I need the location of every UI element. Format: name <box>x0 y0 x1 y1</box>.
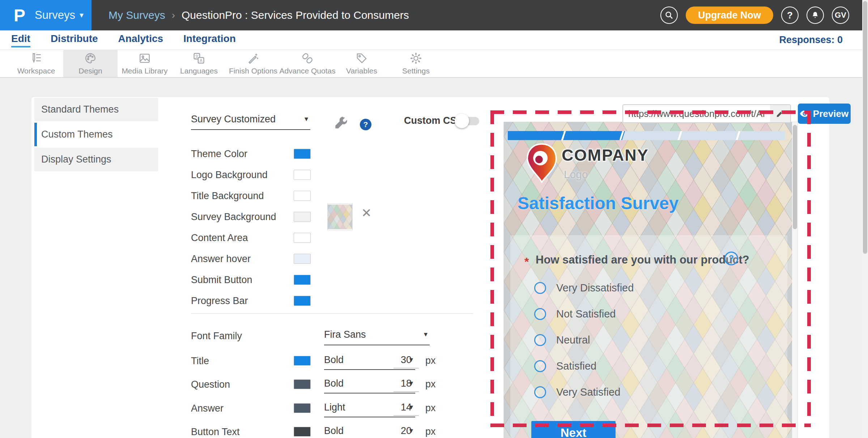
section-divider <box>191 313 473 314</box>
setting-row-theme-color: Theme Color <box>191 147 247 161</box>
avatar[interactable]: GV <box>832 7 849 24</box>
toolbar-item-workspace[interactable]: Workspace <box>9 50 63 77</box>
title-background-swatch[interactable] <box>294 191 311 201</box>
question-mark-icon: ? <box>787 10 793 21</box>
logo-background-swatch[interactable] <box>294 170 311 180</box>
font-row-button-text: Button Text Bold▾ px <box>191 424 240 438</box>
answer-size-input[interactable] <box>393 402 419 416</box>
answer-color-swatch[interactable] <box>294 403 311 413</box>
sidebar-item-display-settings[interactable]: Display Settings <box>34 148 158 171</box>
answer-option-very-satisfied[interactable]: Very Satisfied <box>534 385 620 399</box>
sidebar-item-custom-themes[interactable]: Custom Themes <box>34 123 158 146</box>
question-help-icon[interactable]: ? <box>724 252 738 265</box>
toolbar-item-finish-options[interactable]: Finish Options <box>226 50 280 77</box>
radio-icon[interactable] <box>534 282 546 294</box>
setting-row-submit-button: Submit Button <box>191 273 252 287</box>
page-scrollbar-thumb[interactable] <box>863 1 867 254</box>
media-library-icon <box>139 52 151 64</box>
theme-color-swatch[interactable] <box>294 149 311 159</box>
upgrade-now-button[interactable]: Upgrade Now <box>686 7 773 24</box>
tab-distribute[interactable]: Distribute <box>51 33 98 47</box>
toolbar-item-languages[interactable]: 文A Languages <box>172 50 226 77</box>
question-size-input[interactable] <box>393 378 419 392</box>
button-text-color-swatch[interactable] <box>294 427 311 437</box>
remove-background-button[interactable]: ✕ <box>361 206 372 220</box>
survey-title: Satisfaction Survey <box>518 193 679 213</box>
eye-icon <box>800 110 809 117</box>
setting-row-title-background: Title Background <box>191 189 264 203</box>
survey-background-thumbnail[interactable] <box>327 203 353 230</box>
question-color-swatch[interactable] <box>294 379 311 389</box>
svg-text:A: A <box>200 58 203 62</box>
question-size-unit: px <box>425 379 436 390</box>
submit-button-swatch[interactable] <box>294 275 311 285</box>
button-text-size-unit: px <box>425 426 436 437</box>
toolbar-item-settings[interactable]: Settings <box>389 50 443 77</box>
radio-icon[interactable] <box>534 360 546 372</box>
font-row-title: Title Bold▾ px <box>191 353 209 369</box>
survey-progress-bar <box>508 131 785 140</box>
breadcrumb-my-surveys[interactable]: My Surveys <box>109 9 165 21</box>
toolbar-item-media-library[interactable]: Media Library <box>118 50 172 77</box>
sidebar-item-standard-themes[interactable]: Standard Themes <box>34 98 158 121</box>
font-family-select[interactable]: Fira Sans ▾ <box>324 329 430 345</box>
question-text: How satisfied are you with our product? <box>536 253 749 266</box>
content-area-swatch[interactable] <box>294 233 311 243</box>
avatar-initials: GV <box>835 10 846 20</box>
theme-help-icon[interactable]: ? <box>360 119 371 130</box>
required-asterisk: * <box>524 255 529 269</box>
answer-option-very-dissatisfied[interactable]: Very Dissatisfied <box>534 281 634 295</box>
responses-count[interactable]: Responses: 0 <box>779 34 843 46</box>
toggle-knob <box>455 114 469 128</box>
search-button[interactable] <box>660 7 678 24</box>
edit-toolbar: Workspace Design Media Library 文A Langua… <box>0 50 862 78</box>
radio-icon[interactable] <box>534 334 546 346</box>
radio-icon[interactable] <box>534 308 546 320</box>
setting-row-survey-background: Survey Background <box>191 210 276 224</box>
tab-integration[interactable]: Integration <box>183 33 236 47</box>
radio-icon[interactable] <box>534 386 546 398</box>
title-size-input[interactable] <box>393 354 419 368</box>
breadcrumb: My Surveys › QuestionPro : Services Prov… <box>109 0 409 30</box>
toolbar-item-variables[interactable]: Variables <box>335 50 389 77</box>
title-color-swatch[interactable] <box>294 356 311 366</box>
notifications-button[interactable] <box>807 7 824 24</box>
progress-separators <box>508 131 785 140</box>
caret-down-icon: ▾ <box>80 10 84 20</box>
answer-option-satisfied[interactable]: Satisfied <box>534 359 596 373</box>
answer-option-not-satisfied[interactable]: Not Satisfied <box>534 307 616 321</box>
product-menu-label: Surveys <box>35 9 75 22</box>
progress-bar-swatch[interactable] <box>294 296 311 306</box>
button-text-size-input[interactable] <box>393 425 419 438</box>
toolbar-item-advance-quotas[interactable]: Advance Quotas <box>280 50 335 77</box>
wrench-icon[interactable] <box>334 115 349 130</box>
custom-css-label: Custom CSS <box>404 115 463 126</box>
setting-row-content-area: Content Area <box>191 231 248 245</box>
preview-scrollbar-thumb[interactable] <box>793 125 797 229</box>
custom-css-toggle[interactable] <box>455 113 480 129</box>
theme-select[interactable]: Survey Customized ▾ <box>191 114 310 130</box>
languages-icon: 文A <box>193 52 205 64</box>
edit-url-button[interactable] <box>770 105 790 122</box>
preview-button[interactable]: Preview <box>798 104 851 124</box>
survey-nav: Edit Distribute Analytics Integration Re… <box>0 30 862 50</box>
company-logo-subtext: Logo <box>564 168 588 181</box>
survey-background-swatch[interactable] <box>294 212 311 222</box>
survey-url-input[interactable] <box>623 105 770 122</box>
answer-option-neutral[interactable]: Neutral <box>534 333 590 347</box>
toolbar-item-design[interactable]: Design <box>63 50 118 77</box>
chain-links-icon <box>301 52 314 64</box>
tab-analytics[interactable]: Analytics <box>118 33 163 47</box>
next-button[interactable]: Next <box>531 421 616 438</box>
search-icon <box>665 11 673 20</box>
survey-url-box <box>622 104 791 123</box>
product-switcher[interactable]: P Surveys ▾ <box>0 0 92 30</box>
company-logo-pin-icon <box>523 143 560 183</box>
questionpro-logo-icon: P <box>14 5 25 25</box>
answer-hover-swatch[interactable] <box>294 254 311 264</box>
workspace-icon <box>30 52 42 64</box>
tab-edit[interactable]: Edit <box>11 33 30 47</box>
setting-row-progress-bar: Progress Bar <box>191 294 248 308</box>
help-button[interactable]: ? <box>781 7 799 24</box>
survey-preview: COMPANY Logo Satisfaction Survey * How s… <box>504 122 797 438</box>
